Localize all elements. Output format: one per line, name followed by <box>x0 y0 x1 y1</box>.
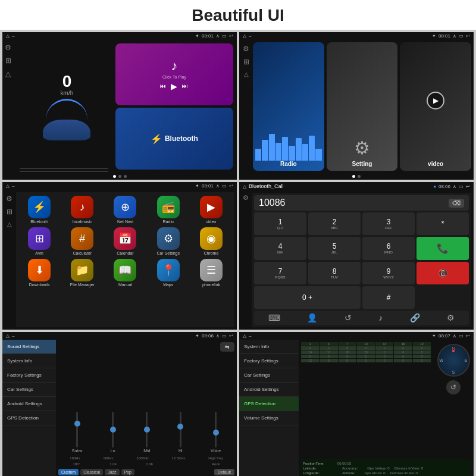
radio-tile[interactable]: Radio <box>253 42 324 171</box>
eq-presets: Custom Classical Jazz Pop Default <box>58 467 234 476</box>
key-3[interactable]: 3DEF <box>362 212 415 235</box>
key-7[interactable]: 7PQRS <box>254 262 306 284</box>
s2-grid-icon[interactable]: ⊞ <box>243 58 249 66</box>
contact-icon[interactable]: 👤 <box>307 313 317 322</box>
phone-app-label: phonelink <box>202 283 220 287</box>
gear-icon[interactable]: ⚙ <box>5 43 11 52</box>
s2-back-icon[interactable]: ↩ <box>466 33 470 39</box>
eq-lo-slider[interactable] <box>112 412 114 447</box>
key-2[interactable]: 2ABC <box>308 212 361 235</box>
s6-menu-android[interactable]: Android Settings <box>239 383 299 397</box>
s5-menu-factory[interactable]: Factory Settings <box>2 368 56 383</box>
app-downloads[interactable]: ⬇ Downloads <box>20 259 59 287</box>
cal-app-label: Calendar <box>117 251 133 255</box>
app-maps[interactable]: 📍 Maps <box>149 259 188 287</box>
s3-gear-icon[interactable]: ⚙ <box>6 195 12 203</box>
music-card[interactable]: ♪ Click To Play ⏮ ▶ ⏭ <box>115 43 233 105</box>
s5-menu-sound[interactable]: Sound Settings <box>2 340 56 354</box>
key-9[interactable]: 9WXYZ <box>362 262 415 284</box>
eq-mid-slider[interactable] <box>146 412 148 447</box>
refresh-call-icon[interactable]: ↺ <box>345 313 352 322</box>
s5-menu-android[interactable]: Android Settings <box>2 397 56 411</box>
key-4[interactable]: 4GHI <box>254 237 306 259</box>
prev-btn[interactable]: ⏮ <box>160 83 166 89</box>
app-netnavi[interactable]: ⊕ Net Navi <box>105 196 145 224</box>
eq-hi-slider[interactable] <box>180 412 181 447</box>
preset-pop[interactable]: Pop <box>121 469 134 475</box>
app-filemanager[interactable]: 📁 File Manager <box>62 259 102 287</box>
s6-menu-car[interactable]: Car Settings <box>239 368 299 383</box>
screen-3-apps: △ – ✦ 08:01 ∧ ▭ ↩ ⚙ ⊞ △ ⚡ <box>2 182 237 330</box>
app-phonelink[interactable]: ☰ phonelink <box>192 259 231 287</box>
maps-app-label: Maps <box>163 283 173 287</box>
app-avin[interactable]: ⊞ Avin <box>20 227 59 255</box>
key-0[interactable]: 0 + <box>254 286 361 309</box>
backspace-button[interactable]: ⌫ <box>449 199 464 208</box>
grid-icon[interactable]: ⊞ <box>5 57 11 65</box>
s5-menu-gps[interactable]: GPS Detection <box>2 411 56 425</box>
s4-home-icon[interactable]: △ <box>243 184 246 189</box>
s2-gear-icon[interactable]: ⚙ <box>243 45 249 53</box>
key-5[interactable]: 5JKL <box>308 237 361 259</box>
eq-mid: Mid <box>143 412 150 453</box>
key-8[interactable]: 8TUV <box>308 262 361 284</box>
app-calculator[interactable]: # Calculator <box>62 227 102 255</box>
bluetooth-card[interactable]: ⚡ Bluetooth <box>115 108 233 170</box>
s6-menu-gps[interactable]: GPS Detection <box>239 397 299 411</box>
app-chrome[interactable]: ◉ Chrome <box>192 227 231 255</box>
play-btn[interactable]: ▶ <box>171 82 177 91</box>
key-6[interactable]: 6MNO <box>362 237 415 259</box>
gps-map-area: 1 4 7 10 13 16 19 0 0 0 0 <box>301 342 471 458</box>
grid-cell: 0 <box>394 359 412 362</box>
refresh-button[interactable]: ↺ <box>446 380 461 394</box>
s3-back-icon[interactable]: ↩ <box>229 183 233 189</box>
music-call-icon[interactable]: ♪ <box>378 313 383 322</box>
s3-home-icon[interactable]: △ <box>6 183 10 189</box>
s6-menu-sysinfo[interactable]: System Info <box>239 340 299 354</box>
preset-classical[interactable]: Classical <box>80 469 103 475</box>
s5-home-icon[interactable]: △ <box>6 333 10 339</box>
app-radio[interactable]: 📻 Radio <box>149 196 188 224</box>
key-1[interactable]: 1Q.O <box>254 212 306 235</box>
s4-time: 08:06 <box>439 184 450 189</box>
preset-default[interactable]: Default <box>214 469 234 475</box>
freq-hi: 12.5KHz <box>172 456 186 460</box>
app-carsettings[interactable]: ⚙ Car Settings <box>149 227 188 255</box>
app-localmusic[interactable]: ♪ localmusic <box>62 196 102 224</box>
eq-subw-slider[interactable] <box>76 412 78 447</box>
s6-menu-factory[interactable]: Factory Settings <box>239 354 299 368</box>
key-call[interactable]: 📞 <box>416 237 469 259</box>
s4-gear-icon[interactable]: ⚙ <box>243 194 249 202</box>
video-tile[interactable]: ▶ video <box>400 42 471 171</box>
key-hash[interactable]: # <box>362 286 415 309</box>
s5-back-icon[interactable]: ↩ <box>229 333 233 339</box>
link-icon[interactable]: 🔗 <box>410 313 420 322</box>
s5-menu-sysinfo[interactable]: System Info <box>2 354 56 368</box>
s2-dots-bar <box>239 173 474 180</box>
s5-volume-toggle[interactable]: ⇆ <box>220 342 234 352</box>
settings-call-icon[interactable]: ⚙ <box>447 313 455 322</box>
s1-back-icon[interactable]: ↩ <box>229 33 233 39</box>
eq-voice-slider[interactable] <box>215 412 217 447</box>
app-manual[interactable]: 📖 Manual <box>105 259 145 287</box>
next-btn[interactable]: ⏭ <box>182 83 188 89</box>
s2-home-icon[interactable]: △ <box>243 33 246 39</box>
grid-cell: 16 <box>394 342 412 346</box>
s6-back-icon[interactable]: ↩ <box>466 333 470 339</box>
s5-menu-car[interactable]: Car Settings <box>2 383 56 397</box>
keyboard-icon[interactable]: ⌨ <box>268 313 280 322</box>
app-calendar[interactable]: 📅 Calendar <box>105 227 145 255</box>
app-bluetooth[interactable]: ⚡ Bluetooth <box>20 196 59 224</box>
preset-jazz[interactable]: Jazz <box>105 469 119 475</box>
setting-tile[interactable]: ⚙ Setting <box>327 42 398 171</box>
s6-home-icon[interactable]: △ <box>243 333 246 339</box>
preset-custom[interactable]: Custom <box>58 469 79 475</box>
s1-home-icon[interactable]: △ <box>6 33 10 39</box>
app-video[interactable]: ▶ video <box>192 196 231 224</box>
s3-grid-icon[interactable]: ⊞ <box>7 208 12 216</box>
key-end[interactable]: 📵 <box>416 262 469 284</box>
s6-menu-volume[interactable]: Volume Settings <box>239 411 299 425</box>
s4-back-icon[interactable]: ↩ <box>466 184 470 189</box>
key-star[interactable]: * <box>416 212 469 235</box>
gps-info-row-2: Latitude: Accuracy: Gps InView: 0 Glonas… <box>303 466 469 471</box>
